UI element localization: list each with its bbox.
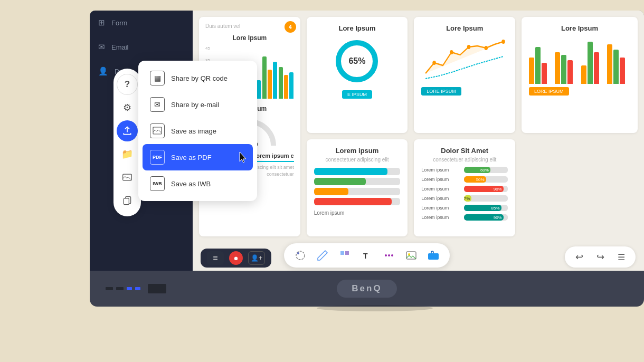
iwb-label: Save as IWB [171, 180, 211, 188]
pdf-label: Save as PDF [171, 154, 212, 161]
qr-label: Share by QR code [171, 74, 228, 82]
card-lorem-subtitle: consectetuer adipiscing elit [314, 157, 401, 163]
progress-fill [314, 178, 366, 185]
tool-shapes[interactable] [336, 246, 354, 264]
dolor-label: Lorem ipsum [421, 205, 461, 211]
bar-group-3 [581, 42, 604, 84]
dolor-label: Lorem ipsum [421, 215, 461, 220]
dropdown-item-qr[interactable]: ▦ Share by QR code [143, 65, 253, 91]
dolor-bg: 90% [464, 186, 508, 192]
folder-button[interactable]: 📁 [117, 144, 138, 165]
dolor-item-3: Lorem ipsum 90% [421, 186, 508, 192]
dolor-item-6: Lorem ipsum 90% [421, 214, 508, 221]
tool-more1[interactable] [380, 246, 398, 264]
dolor-bg: 17% [464, 195, 508, 202]
bar [620, 58, 625, 84]
vbar [284, 75, 288, 99]
question-button[interactable]: ? [117, 74, 138, 95]
sidebar-item-email[interactable]: ✉ Email [90, 35, 193, 59]
card3-badge: LORE IPSUM [529, 87, 569, 96]
tool-pen[interactable] [314, 246, 332, 264]
settings-button[interactable]: ⚙ [117, 97, 138, 118]
email-menu-icon: ✉ [150, 97, 165, 112]
dolor-fill: 90% [464, 186, 503, 192]
iwb-menu-icon: IWB [150, 176, 165, 191]
gallery-button[interactable] [117, 167, 138, 188]
progress-item-3 [314, 188, 401, 195]
dolor-bg: 50% [464, 176, 508, 183]
card-line-title: Lore Ipsum [421, 24, 508, 32]
vbar [273, 62, 277, 99]
bar [613, 50, 619, 84]
bar-group-1 [529, 47, 552, 84]
port-usb-1 [127, 287, 132, 290]
bar-group-4 [607, 44, 630, 84]
dolor-bg: 90% [464, 214, 508, 221]
form-icon: ⊞ [98, 18, 105, 27]
add-user-button[interactable]: 👤+ [248, 251, 265, 265]
dropdown-item-image[interactable]: Save as image [143, 118, 253, 144]
progress-item-4 [314, 198, 401, 205]
progress-bg [314, 188, 401, 195]
svg-point-3 [450, 50, 453, 54]
card-dolor: Dolor Sit Amet consectetuer adipiscing e… [414, 139, 515, 236]
bar [542, 63, 547, 84]
dropdown-item-email[interactable]: ✉ Share by e-mail [143, 91, 253, 118]
progress-bg [314, 168, 401, 175]
bar [529, 58, 534, 84]
svg-point-5 [485, 46, 488, 50]
donut-chart: 65% [333, 37, 381, 85]
progress-fill [314, 168, 387, 175]
vbar [279, 67, 283, 99]
card-bar: Lore Ipsum [522, 17, 638, 133]
svg-point-6 [502, 40, 506, 44]
progress-bg [314, 198, 401, 205]
line-chart-container [421, 36, 508, 84]
bar [607, 44, 612, 84]
progress-bg [314, 178, 401, 185]
dolor-label: Lorem ipsum [421, 177, 461, 182]
card-lorem-ipsum: Lorem ipsum consectetuer adipiscing elit [307, 139, 408, 236]
tool-text[interactable]: T [358, 246, 376, 264]
dropdown-item-pdf[interactable]: PDF Save as PDF [143, 144, 253, 170]
tool-image[interactable] [402, 246, 420, 264]
tool-briefcase[interactable] [424, 246, 442, 264]
svg-rect-19 [124, 198, 129, 205]
dropdown-item-iwb[interactable]: IWB Save as IWB [143, 170, 253, 197]
port-1 [106, 287, 113, 290]
menu-button[interactable]: ≡ [207, 251, 224, 265]
progress-fill [314, 198, 392, 205]
bar-group-2 [555, 52, 578, 84]
vbar [262, 56, 267, 99]
bar [555, 52, 560, 84]
dropdown-menu: ▦ Share by QR code ✉ Share by e-mail Sav… [138, 61, 257, 201]
progress-list: Lorem ipsum [314, 168, 401, 216]
bar [561, 55, 566, 84]
record-button[interactable]: ⏺ [229, 251, 243, 265]
tool-select[interactable] [291, 246, 309, 264]
progress-item-1 [314, 168, 401, 175]
redo-button[interactable]: ↪ [592, 249, 608, 265]
brand-logo: BenQ [352, 283, 382, 293]
more-options-button[interactable]: ☰ [613, 249, 629, 265]
dolor-bg: 60% [464, 167, 508, 173]
bottom-toolbar: T [284, 243, 450, 268]
svg-point-4 [467, 45, 471, 49]
sidebar-item-form[interactable]: ⊞ Form [90, 11, 193, 35]
dolor-item-5: Lorem ipsum 85% [421, 205, 508, 211]
copy-button[interactable] [117, 190, 138, 211]
bar [581, 65, 586, 84]
svg-point-12 [385, 254, 387, 256]
dolor-fill: 50% [464, 176, 486, 183]
right-chart1-title: Lore Ipsum [205, 34, 294, 42]
speaker-left [148, 284, 166, 293]
dolor-fill: 60% [464, 167, 490, 173]
brand-logo-container: BenQ [337, 280, 396, 298]
card2-badge: LORE IPSUM [421, 87, 461, 96]
undo-button[interactable]: ↩ [571, 249, 587, 265]
upload-button[interactable] [117, 120, 138, 141]
dolor-label: Lorem ipsum [421, 167, 461, 173]
dolor-item-1: Lorem ipsum 60% [421, 167, 508, 173]
email-label: Share by e-mail [171, 101, 219, 109]
dolor-fill: 85% [464, 205, 501, 211]
